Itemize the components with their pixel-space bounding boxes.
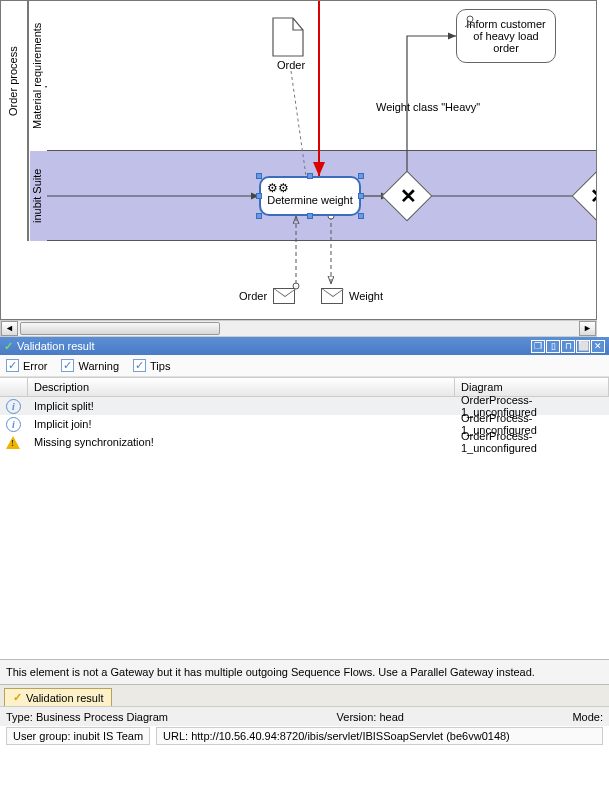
result-description: Implicit join!: [28, 418, 455, 430]
service-gears-icon: ⚙⚙: [267, 182, 289, 194]
validation-panel-header: ✓ Validation result ❐ ▯ ⊓ ⬜ ✕: [0, 337, 609, 355]
msg-left-label: Order: [239, 290, 267, 302]
status-bar: Type: Business Process Diagram Version: …: [0, 706, 609, 726]
error-label: Error: [23, 360, 47, 372]
data-object-order[interactable]: [271, 16, 305, 60]
gateway-x-icon: ✕: [590, 184, 597, 208]
pool-label: Order process: [7, 21, 19, 141]
info-icon: i: [6, 417, 21, 432]
result-row[interactable]: Missing synchronization!OrderProcess-1_u…: [0, 433, 609, 451]
close-button[interactable]: ✕: [591, 340, 605, 353]
version-label: Version:: [337, 711, 377, 723]
tips-checkbox[interactable]: ✓: [133, 359, 146, 372]
mode-label: Mode:: [572, 711, 603, 723]
usergroup-label: User group:: [13, 730, 70, 742]
gateway-x-icon: ✕: [400, 184, 417, 208]
url-value: http://10.56.40.94:8720/ibis/servlet/IBI…: [191, 730, 510, 742]
user-icon: [463, 14, 477, 28]
results-empty-space: [0, 451, 609, 659]
task-inform-customer[interactable]: Inform customer of heavy load order: [456, 9, 556, 63]
result-description: Implicit split!: [28, 400, 455, 412]
task-determine-label: Determine weight: [267, 194, 353, 206]
bpmn-diagram-canvas[interactable]: Order process Material requirements plan…: [0, 0, 597, 320]
selection-handle[interactable]: [256, 213, 262, 219]
edge-label-heavy: Weight class "Heavy": [376, 101, 480, 113]
tab-strip: ✓ Validation result: [0, 684, 609, 706]
maximize-button[interactable]: ⬜: [576, 340, 590, 353]
minimize-button[interactable]: ▯: [546, 340, 560, 353]
check-icon: ✓: [13, 691, 22, 704]
msg-right-label: Weight: [349, 290, 383, 302]
filter-row: ✓ Error ✓ Warning ✓ Tips: [0, 355, 609, 377]
usergroup-value: inubit IS Team: [74, 730, 144, 742]
warning-icon: [6, 436, 20, 449]
scroll-right-button[interactable]: ►: [579, 321, 596, 336]
pin-button[interactable]: ⊓: [561, 340, 575, 353]
panel-title: Validation result: [17, 340, 94, 352]
envelope-icon: [273, 288, 295, 304]
selection-handle[interactable]: [307, 173, 313, 179]
version-value: head: [379, 711, 403, 723]
selection-handle[interactable]: [256, 193, 262, 199]
col-icon[interactable]: [0, 378, 28, 396]
data-object-order-label: Order: [271, 59, 311, 71]
detail-message: This element is not a Gateway but it has…: [0, 659, 609, 684]
type-value: Business Process Diagram: [36, 711, 168, 723]
info-icon: i: [6, 399, 21, 414]
footer-bar: User group: inubit IS Team URL: http://1…: [0, 726, 609, 746]
warning-label: Warning: [78, 360, 119, 372]
tips-label: Tips: [150, 360, 170, 372]
type-label: Type:: [6, 711, 33, 723]
horizontal-scrollbar[interactable]: ◄ ►: [0, 320, 597, 337]
exclusive-gateway[interactable]: ✕: [389, 178, 425, 214]
selection-handle[interactable]: [307, 213, 313, 219]
svg-point-9: [467, 16, 473, 22]
usergroup-box: User group: inubit IS Team: [6, 727, 150, 745]
results-body: iImplicit split!OrderProcess-1_unconfigu…: [0, 397, 609, 451]
restore-button[interactable]: ❐: [531, 340, 545, 353]
selection-handle[interactable]: [358, 213, 364, 219]
tab-validation-result[interactable]: ✓ Validation result: [4, 688, 112, 706]
message-weight: Weight: [321, 288, 383, 304]
gateway-partial[interactable]: ✕: [579, 178, 597, 214]
error-checkbox[interactable]: ✓: [6, 359, 19, 372]
result-diagram: OrderProcess-1_unconfigured: [455, 430, 609, 454]
scroll-thumb[interactable]: [20, 322, 220, 335]
warning-checkbox[interactable]: ✓: [61, 359, 74, 372]
selection-handle[interactable]: [358, 173, 364, 179]
scroll-track[interactable]: [18, 321, 579, 336]
url-box: URL: http://10.56.40.94:8720/ibis/servle…: [156, 727, 603, 745]
result-description: Missing synchronization!: [28, 436, 455, 448]
envelope-icon: [321, 288, 343, 304]
scroll-left-button[interactable]: ◄: [1, 321, 18, 336]
task-determine-weight[interactable]: ⚙⚙ Determine weight: [259, 176, 361, 216]
col-description[interactable]: Description: [28, 378, 455, 396]
url-label: URL:: [163, 730, 188, 742]
tab-label: Validation result: [26, 692, 103, 704]
lane2-label: inubit Suite: [31, 161, 43, 231]
selection-handle[interactable]: [256, 173, 262, 179]
selection-handle[interactable]: [358, 193, 364, 199]
message-order: Order: [239, 288, 295, 304]
check-icon: ✓: [4, 340, 13, 353]
